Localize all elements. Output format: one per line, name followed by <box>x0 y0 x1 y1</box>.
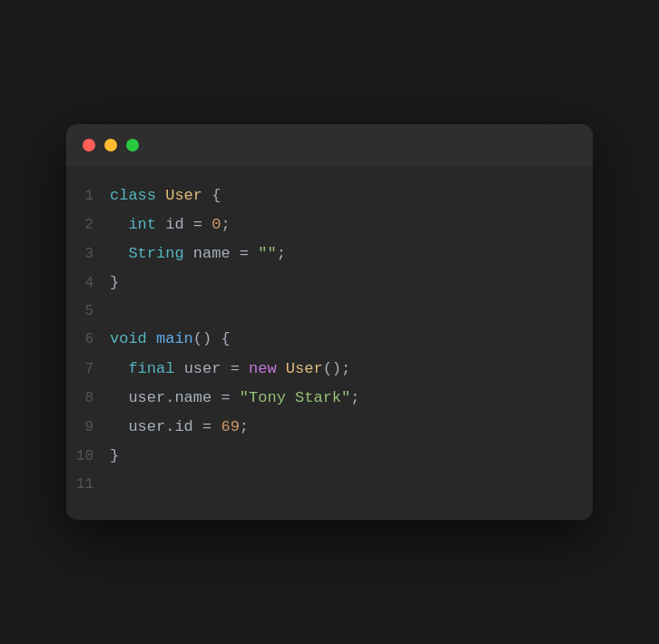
token-class-name: User <box>165 187 202 204</box>
token-punct: = <box>193 418 221 435</box>
token-plain <box>110 389 128 406</box>
token-punct: = <box>184 216 212 233</box>
code-line: 9 user.id = 69; <box>66 413 593 442</box>
token-kw-type: int <box>110 216 165 233</box>
line-content: user.name = "Tony Stark"; <box>110 385 359 411</box>
line-number: 9 <box>66 415 110 439</box>
line-number: 6 <box>66 327 110 351</box>
token-punct: () { <box>193 330 231 347</box>
token-var-name: name <box>193 245 231 262</box>
code-line: 5 <box>66 298 593 325</box>
code-editor: 1class User {2 int id = 0;3 String name … <box>66 167 593 520</box>
line-number: 3 <box>66 242 110 266</box>
line-number: 7 <box>66 357 110 381</box>
token-punct: ; <box>221 216 230 233</box>
token-var-name: user <box>184 360 221 377</box>
code-line: 10} <box>66 442 593 471</box>
code-line: 3 String name = ""; <box>66 239 593 268</box>
token-punct: } <box>110 447 119 464</box>
code-line: 6void main() { <box>66 325 593 354</box>
titlebar <box>66 124 593 167</box>
line-number: 4 <box>66 271 110 295</box>
token-punct: = <box>221 360 249 377</box>
code-line: 8 user.name = "Tony Stark"; <box>66 384 593 413</box>
line-number: 5 <box>66 299 110 323</box>
token-punct: { <box>202 187 221 204</box>
line-content: final user = new User(); <box>110 356 350 382</box>
code-line: 1class User { <box>66 181 593 210</box>
code-line: 7 final user = new User(); <box>66 355 593 384</box>
token-var-name: user <box>128 418 165 435</box>
line-content: } <box>110 270 119 296</box>
line-number: 8 <box>66 386 110 410</box>
token-punct: ; <box>240 418 249 435</box>
token-str: "Tony Stark" <box>240 389 350 406</box>
line-number: 11 <box>66 473 110 496</box>
token-var-name: id <box>165 216 183 233</box>
line-content: int id = 0; <box>110 212 231 238</box>
token-fn-name: main <box>156 330 193 347</box>
token-class-name: User <box>286 360 323 377</box>
token-num: 69 <box>221 418 239 435</box>
token-punct: } <box>110 274 119 291</box>
line-number: 10 <box>66 444 110 468</box>
token-punct: ; <box>277 245 286 262</box>
token-punct: (); <box>323 360 351 377</box>
code-line: 2 int id = 0; <box>66 210 593 239</box>
close-button[interactable] <box>83 139 95 151</box>
code-line: 4} <box>66 268 593 298</box>
token-var-name: name <box>174 389 211 406</box>
token-plain <box>110 418 128 435</box>
line-content: } <box>110 444 119 469</box>
line-content: class User { <box>110 183 221 209</box>
token-num: 0 <box>211 216 221 233</box>
token-kw-class: class <box>110 187 165 204</box>
code-window: 1class User {2 int id = 0;3 String name … <box>66 124 593 520</box>
token-var-name: user <box>128 389 165 406</box>
line-content: user.id = 69; <box>110 415 249 440</box>
code-line: 11 <box>66 471 593 498</box>
token-punct: = <box>211 389 240 406</box>
maximize-button[interactable] <box>126 139 139 151</box>
token-kw-new: new <box>249 360 286 377</box>
token-var-name: id <box>174 418 192 435</box>
token-kw-class: final <box>110 360 184 377</box>
line-number: 1 <box>66 184 110 208</box>
line-content: String name = ""; <box>110 241 286 267</box>
line-content: void main() { <box>110 327 231 352</box>
token-punct: . <box>165 389 174 406</box>
token-punct: ; <box>350 389 359 406</box>
minimize-button[interactable] <box>104 139 117 151</box>
token-punct: = <box>231 245 259 262</box>
token-str: "" <box>258 245 276 262</box>
token-kw-class: void <box>110 330 156 347</box>
token-kw-type: String <box>110 245 193 262</box>
token-punct: . <box>165 418 174 435</box>
line-number: 2 <box>66 213 110 237</box>
